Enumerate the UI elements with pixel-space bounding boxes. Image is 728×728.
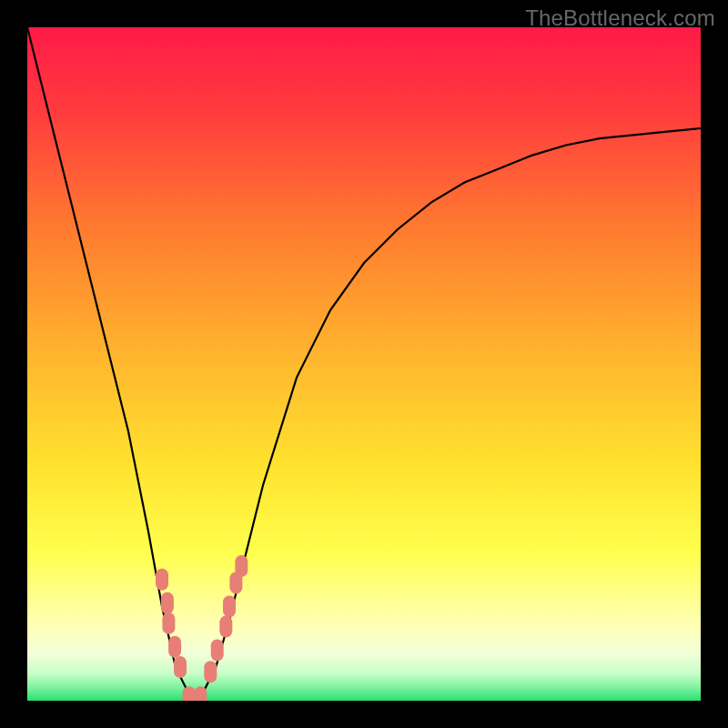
curve-markers [156,555,248,701]
curve-marker [183,686,196,701]
curve-marker [219,616,232,638]
curve-marker [194,686,207,701]
curve-path [27,27,701,701]
curve-marker [223,595,236,617]
curve-marker [204,661,217,682]
curve-marker [156,569,168,591]
plot-area [27,27,701,701]
chart-frame: TheBottleneck.com [0,0,728,728]
curve-marker [211,640,224,662]
watermark-text: TheBottleneck.com [525,5,715,31]
curve-marker [174,656,187,678]
curve-marker [168,636,181,658]
curve-marker [235,555,248,577]
bottleneck-curve [27,27,701,701]
curve-marker [162,612,175,634]
curve-marker [161,592,174,614]
